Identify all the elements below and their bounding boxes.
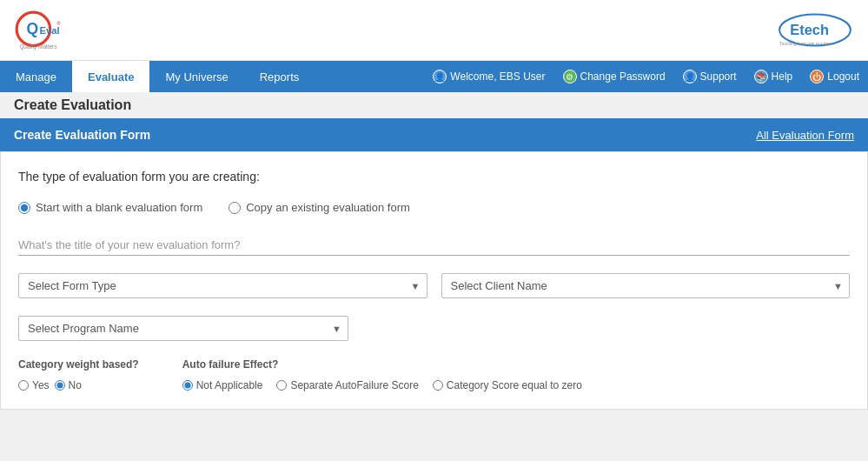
program-row: Select Program Name ▼ [18,316,850,341]
nav-help[interactable]: 📚 Help [745,61,802,92]
support-person-icon: 👤 [683,70,697,84]
radio-blank-label: Start with a blank evaluation form [36,201,202,214]
program-name-select[interactable]: Select Program Name [18,316,348,341]
category-weight-label: Category weight based? [18,358,139,371]
autofailure-category-zero-label: Category Score equal to zero [447,379,582,391]
page-title: Create Evaluation [14,97,131,112]
svg-text:®: ® [57,20,62,25]
form-type-select[interactable]: Select Form Type [18,273,427,298]
autofailure-category-zero[interactable]: Category Score equal to zero [433,379,582,391]
form-type-dropdown-wrap: Select Form Type ▼ [18,273,427,298]
form-header: Create Evaluation Form All Evaluation Fo… [0,118,868,151]
bottom-options: Category weight based? Yes No Auto failu… [18,358,850,391]
form-body: The type of evaluation form you are crea… [0,151,868,410]
power-icon: ⏻ [810,70,824,84]
autofailure-separate-input[interactable] [276,380,287,391]
logo-left: Q Eval ® Quality Matters [14,8,83,53]
svg-text:Quality Matters: Quality Matters [19,43,56,50]
autofailure-not-applicable[interactable]: Not Applicable [182,379,263,391]
gear-icon: ⚙ [563,70,577,84]
radio-copy-input[interactable] [229,202,241,214]
svg-text:Eval: Eval [40,25,60,36]
client-name-select[interactable]: Select Client Name [441,273,851,298]
svg-text:Etech: Etech [790,22,829,37]
autofailure-label: Auto failure Effect? [182,358,582,371]
autofailure-not-applicable-input[interactable] [182,380,193,391]
autofailure-group: Auto failure Effect? Not Applicable Sepa… [182,358,582,391]
radio-copy-option[interactable]: Copy an existing evaluation form [229,201,410,214]
radio-copy-label: Copy an existing evaluation form [246,201,410,214]
evaluation-title-input[interactable] [18,235,850,255]
svg-text:Touching lives one at a time: Touching lives one at a time [779,43,832,47]
nav-my-universe[interactable]: My Universe [149,61,243,92]
page-title-bar: Create Evaluation [0,92,868,118]
radio-options: Start with a blank evaluation form Copy … [18,201,850,214]
program-dropdown-wrap: Select Program Name ▼ [18,316,348,341]
nav-support[interactable]: 👤 Support [674,61,745,92]
logo-right: Etech Touching lives one at a time [776,10,854,50]
form-type-label: The type of evaluation form you are crea… [18,170,850,184]
qeval-logo: Q Eval ® Quality Matters [14,8,83,53]
category-weight-no-input[interactable] [55,380,65,391]
autofailure-not-applicable-label: Not Applicable [196,379,263,391]
category-weight-yes[interactable]: Yes [18,379,50,391]
nav-manage[interactable]: Manage [0,61,72,92]
title-input-wrap [18,235,850,256]
category-weight-no[interactable]: No [55,379,82,391]
form-header-title: Create Evaluation Form [14,128,150,142]
category-weight-group: Category weight based? Yes No [18,358,139,391]
autofailure-separate-label: Separate AutoFailure Score [290,379,418,391]
logo-bar: Q Eval ® Quality Matters Etech Touching … [0,0,868,61]
svg-text:Q: Q [26,20,38,37]
autofailure-options: Not Applicable Separate AutoFailure Scor… [182,379,582,391]
nav-bar: Manage Evaluate My Universe Reports 👤 We… [0,61,868,92]
book-icon: 📚 [754,70,768,84]
all-evaluation-form-link[interactable]: All Evaluation Form [756,129,854,142]
nav-evaluate[interactable]: Evaluate [72,61,149,92]
category-weight-radio-row: Yes No [18,379,139,391]
nav-logout[interactable]: ⏻ Logout [801,61,868,92]
nav-welcome: 👤 Welcome, EBS User [424,61,553,92]
autofailure-category-zero-input[interactable] [433,380,443,391]
radio-blank-option[interactable]: Start with a blank evaluation form [18,201,202,214]
radio-blank-input[interactable] [18,202,30,214]
etech-logo: Etech Touching lives one at a time [776,10,854,50]
dropdowns-row: Select Form Type ▼ Select Client Name ▼ [18,273,850,298]
category-weight-yes-label: Yes [32,379,50,391]
client-name-dropdown-wrap: Select Client Name ▼ [441,273,851,298]
category-weight-yes-input[interactable] [18,380,29,391]
nav-right: 👤 Welcome, EBS User ⚙ Change Password 👤 … [424,61,868,92]
autofailure-separate[interactable]: Separate AutoFailure Score [276,379,418,391]
nav-change-password[interactable]: ⚙ Change Password [554,61,674,92]
category-weight-no-label: No [69,379,82,391]
person-icon: 👤 [433,70,447,84]
main-content: Create Evaluation Form All Evaluation Fo… [0,118,868,410]
nav-reports[interactable]: Reports [244,61,315,92]
